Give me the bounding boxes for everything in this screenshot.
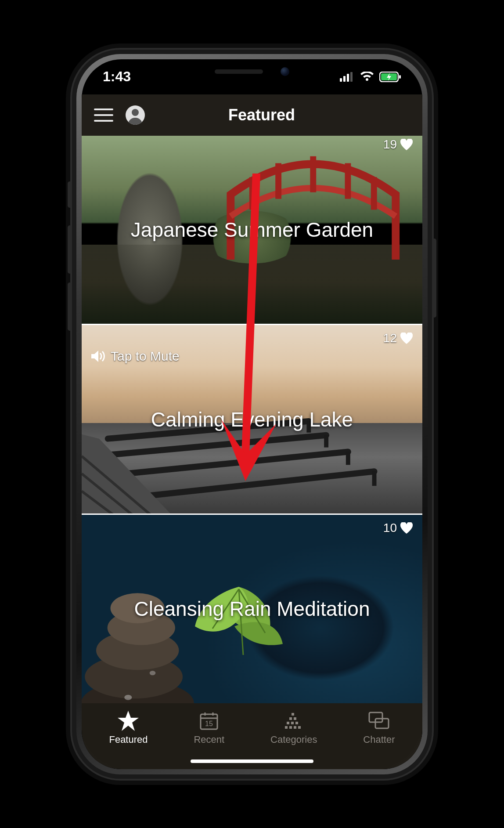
like-count[interactable]: 19 — [383, 137, 413, 152]
like-count[interactable]: 12 — [383, 331, 413, 345]
svg-point-30 — [124, 695, 132, 700]
nav-bar: Featured — [82, 94, 422, 136]
volume-down-button — [68, 282, 72, 331]
categories-icon — [283, 712, 304, 730]
heart-icon — [400, 333, 413, 344]
cellular-icon — [340, 72, 355, 82]
speaker-icon — [91, 350, 106, 363]
tab-categories[interactable]: Categories — [270, 711, 317, 745]
tab-label: Featured — [109, 734, 148, 745]
featured-list[interactable]: 19 Japanese Summer Garden — [82, 136, 422, 703]
card-title: Calming Evening Lake — [142, 408, 362, 431]
leaf-icon — [191, 582, 287, 662]
svg-rect-45 — [292, 713, 294, 716]
card-title: Cleansing Rain Meditation — [126, 597, 379, 621]
stones-icon — [82, 568, 201, 703]
tab-featured[interactable]: Featured — [109, 711, 148, 745]
wifi-icon — [360, 72, 374, 82]
card-title: Japanese Summer Garden — [122, 218, 382, 242]
svg-rect-3 — [350, 72, 353, 82]
calendar-icon: 15 — [199, 711, 219, 730]
tab-recent[interactable]: 15 Recent — [194, 711, 224, 745]
svg-rect-41 — [291, 722, 294, 724]
mute-hint-label: Tap to Mute — [111, 349, 180, 364]
heart-icon — [400, 139, 413, 150]
like-value: 12 — [383, 331, 397, 345]
tab-chatter[interactable]: Chatter — [363, 711, 395, 745]
svg-rect-43 — [289, 717, 292, 720]
screen: 1:43 — [82, 59, 422, 769]
tab-label: Chatter — [363, 734, 395, 745]
svg-rect-38 — [294, 726, 296, 729]
tab-label: Recent — [194, 734, 224, 745]
svg-point-31 — [150, 671, 156, 675]
device-frame: 1:43 — [72, 50, 432, 779]
battery-charging-icon — [379, 72, 401, 82]
page-title: Featured — [145, 106, 378, 124]
volume-up-button — [68, 225, 72, 274]
svg-rect-42 — [295, 722, 298, 724]
tab-label: Categories — [270, 734, 317, 745]
svg-rect-1 — [343, 76, 346, 82]
svg-rect-6 — [399, 75, 401, 79]
status-time: 1:43 — [103, 69, 131, 85]
like-value: 10 — [383, 521, 397, 535]
svg-rect-40 — [287, 722, 289, 724]
bridge-icon — [218, 147, 409, 260]
star-icon — [118, 711, 139, 731]
svg-rect-2 — [347, 74, 349, 82]
home-indicator[interactable] — [191, 759, 313, 763]
soundscape-card[interactable]: 12 Tap to Mute Calming Evening Lake — [82, 325, 422, 515]
svg-rect-36 — [285, 726, 288, 729]
svg-rect-39 — [298, 726, 301, 729]
calendar-badge: 15 — [205, 720, 213, 727]
like-count[interactable]: 10 — [383, 521, 413, 535]
svg-rect-37 — [289, 726, 292, 729]
power-button — [432, 239, 436, 318]
like-value: 19 — [383, 137, 397, 152]
soundscape-card[interactable]: 19 Japanese Summer Garden — [82, 136, 422, 325]
heart-icon — [400, 522, 413, 534]
tap-to-mute-button[interactable]: Tap to Mute — [91, 349, 180, 364]
menu-button[interactable] — [94, 108, 113, 122]
svg-rect-44 — [294, 717, 296, 720]
soundscape-card[interactable]: 10 Cleansing Rain Meditation — [82, 515, 422, 703]
front-camera — [281, 67, 289, 76]
chat-icon — [368, 711, 390, 730]
svg-point-7 — [132, 109, 139, 116]
profile-button[interactable] — [126, 105, 145, 125]
status-right — [340, 72, 401, 82]
speaker-grille — [215, 69, 263, 74]
mute-switch — [68, 181, 72, 208]
notch — [180, 59, 324, 84]
svg-rect-0 — [340, 78, 342, 82]
